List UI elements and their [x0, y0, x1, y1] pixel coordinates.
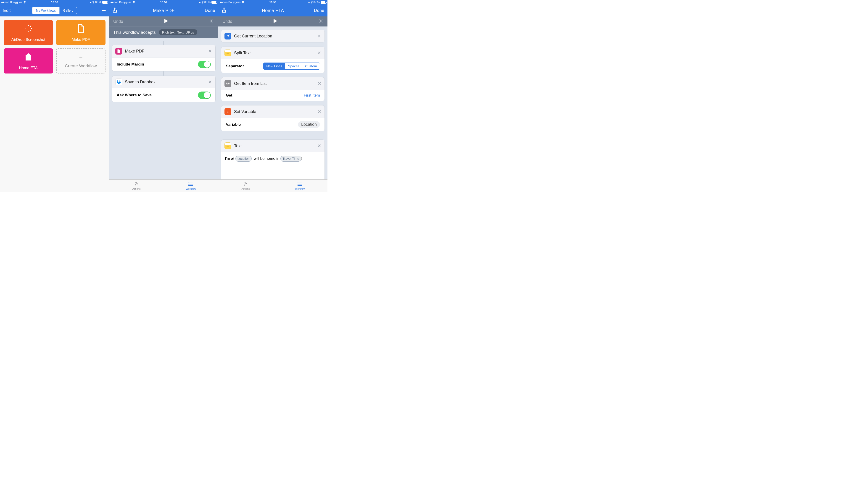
row-label: Ask Where to Save: [117, 93, 198, 98]
tile-make-pdf[interactable]: Make PDF: [56, 20, 105, 45]
svg-text:x: x: [227, 110, 229, 113]
tile-label: Create Workflow: [65, 63, 97, 69]
tab-workflow[interactable]: Workflow: [273, 179, 328, 192]
notes-icon: [225, 142, 231, 149]
edit-button[interactable]: Edit: [3, 8, 11, 13]
carrier-label: Bouygues: [228, 1, 241, 4]
delete-action-button[interactable]: ✕: [208, 48, 212, 54]
add-workflow-button[interactable]: +: [102, 6, 106, 14]
include-margin-switch[interactable]: [198, 61, 211, 68]
carrier-label: Bouygues: [10, 1, 22, 4]
editor-toolbar: Undo: [109, 16, 218, 27]
share-button[interactable]: [112, 7, 117, 14]
connector: [163, 71, 164, 75]
tab-label: Actions: [132, 187, 141, 190]
action-title: Get Item from List: [234, 81, 315, 86]
delete-action-button[interactable]: ✕: [317, 33, 321, 39]
seg-new-lines[interactable]: New Lines: [263, 63, 285, 69]
undo-button[interactable]: Undo: [113, 19, 123, 24]
battery-pct: 88 %: [95, 1, 101, 4]
workflows-gallery-segment[interactable]: My Workflows Gallery: [32, 7, 77, 14]
action-text[interactable]: Text ✕ I'm at Location, will be home in …: [221, 140, 325, 179]
battery-pct: 87 %: [314, 1, 320, 4]
run-button[interactable]: [273, 18, 278, 25]
tab-workflow[interactable]: Workflow: [164, 179, 218, 192]
delete-action-button[interactable]: ✕: [317, 50, 321, 56]
svg-point-31: [297, 182, 298, 183]
tile-create-workflow[interactable]: + Create Workflow: [56, 48, 105, 73]
delete-action-button[interactable]: ✕: [317, 109, 321, 114]
connector: [163, 41, 164, 45]
tile-home-eta[interactable]: Home ETA: [4, 48, 53, 73]
svg-point-10: [135, 182, 136, 183]
tile-label: Home ETA: [19, 66, 38, 70]
token-travel-time[interactable]: Travel Time: [281, 156, 301, 162]
battery-icon: [102, 1, 108, 4]
variable-row: Variable Location: [221, 118, 325, 131]
get-value[interactable]: First Item: [304, 93, 320, 98]
done-button[interactable]: Done: [205, 8, 215, 13]
action-get-item[interactable]: Get Item from List ✕ Get First Item: [221, 77, 325, 101]
separator-row: Separator New Lines Spaces Custom: [221, 59, 325, 73]
location-icon: ➤: [308, 1, 310, 4]
action-split-text[interactable]: Split Text ✕ Separator New Lines Spaces …: [221, 46, 325, 73]
text-pre: I'm at: [225, 156, 235, 161]
home-icon: [23, 52, 33, 63]
status-bar: Bouygues 16:52 ➤ 88 %: [0, 0, 109, 4]
done-button[interactable]: Done: [314, 8, 324, 13]
accepts-label: This workflow accepts: [113, 30, 156, 35]
bluetooth-icon: [202, 1, 203, 4]
action-get-location[interactable]: Get Current Location ✕: [221, 30, 325, 42]
variable-value[interactable]: Location: [298, 121, 320, 128]
token-location[interactable]: Location: [235, 156, 252, 162]
wifi-icon: [23, 1, 26, 4]
undo-button[interactable]: Undo: [223, 19, 232, 24]
delete-action-button[interactable]: ✕: [208, 79, 212, 85]
settings-button[interactable]: [209, 18, 214, 25]
run-button[interactable]: [163, 18, 169, 25]
text-content[interactable]: I'm at Location, will be home in Travel …: [221, 152, 325, 179]
svg-point-33: [297, 185, 298, 186]
action-set-variable[interactable]: x Set Variable ✕ Variable Location: [221, 105, 325, 131]
ask-where-save-switch[interactable]: [198, 91, 211, 99]
svg-point-7: [26, 26, 26, 26]
svg-point-18: [320, 20, 321, 22]
svg-point-6: [25, 28, 26, 29]
action-make-pdf[interactable]: Make PDF ✕ Include Margin: [112, 45, 216, 71]
bluetooth-icon: [92, 1, 94, 4]
seg-gallery[interactable]: Gallery: [59, 7, 77, 14]
plus-icon: +: [79, 54, 83, 61]
tab-actions[interactable]: Actions: [109, 179, 164, 192]
text-post: !: [301, 156, 302, 161]
separator-segment[interactable]: New Lines Spaces Custom: [263, 62, 320, 70]
battery-pct: 88 %: [204, 1, 211, 4]
seg-spaces[interactable]: Spaces: [285, 63, 302, 69]
share-button[interactable]: [221, 7, 227, 14]
variable-x-icon: x: [225, 108, 231, 115]
clock: 16:52: [160, 1, 167, 4]
action-save-dropbox[interactable]: Save to Dropbox ✕ Ask Where to Save: [112, 75, 216, 102]
seg-my-workflows[interactable]: My Workflows: [32, 7, 59, 14]
svg-point-3: [30, 30, 31, 31]
action-title: Set Variable: [234, 109, 315, 114]
dropbox-icon: [115, 78, 122, 85]
screen-workflows: Bouygues 16:52 ➤ 88 % Edit My Workflows …: [0, 0, 109, 192]
connector: [273, 101, 273, 105]
seg-custom[interactable]: Custom: [302, 63, 320, 69]
connector: [273, 73, 273, 77]
connector: [273, 42, 273, 46]
settings-button[interactable]: [318, 18, 324, 25]
location-icon: ➤: [199, 1, 201, 4]
row-label: Include Margin: [117, 62, 198, 67]
tab-actions[interactable]: Actions: [218, 179, 273, 192]
signal-icon: [111, 2, 118, 3]
screen-make-pdf: Bouygues 16:52 ➤ 88 % Make PDF Done Undo…: [109, 0, 218, 192]
accepts-value: Rich text, Text, URLs: [159, 29, 197, 35]
delete-action-button[interactable]: ✕: [317, 81, 321, 86]
get-row: Get First Item: [221, 90, 325, 101]
accepts-bar[interactable]: This workflow accepts Rich text, Text, U…: [109, 27, 218, 38]
svg-point-2: [31, 28, 32, 29]
action-title: Get Current Location: [234, 34, 315, 39]
tile-airdrop-screenshot[interactable]: AirDrop Screenshot: [4, 20, 53, 45]
delete-action-button[interactable]: ✕: [317, 143, 321, 148]
